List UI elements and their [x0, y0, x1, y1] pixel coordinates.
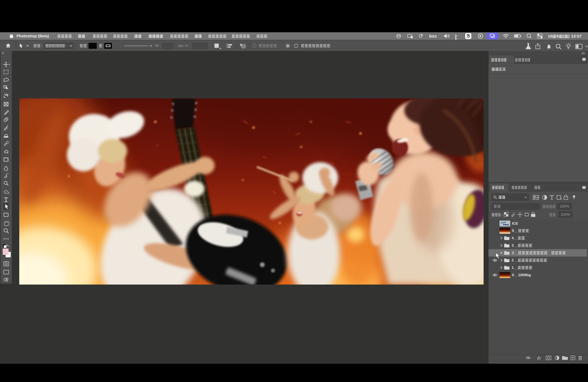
- svg-text:box: box: [429, 34, 437, 39]
- svg-text:fx: fx: [537, 356, 541, 360]
